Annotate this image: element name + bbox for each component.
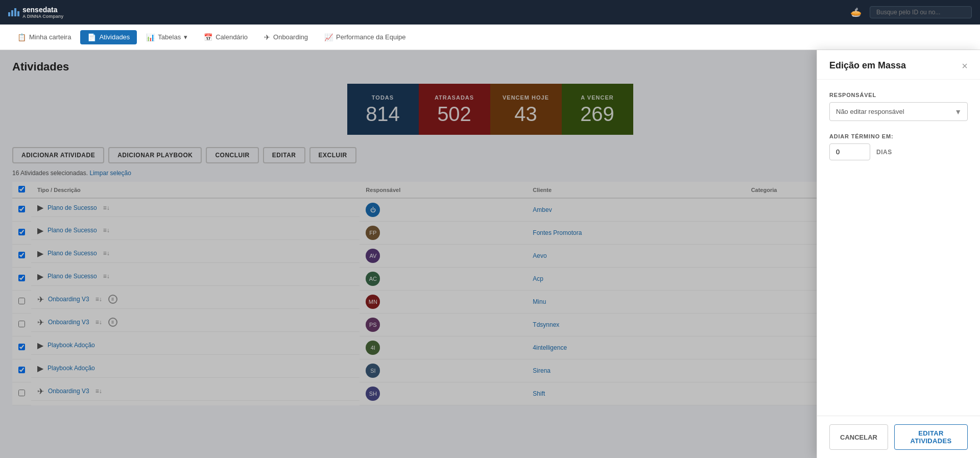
client-link[interactable]: Fontes Promotora [533, 229, 582, 236]
row-checkbox[interactable] [18, 321, 25, 327]
side-panel: Edição em Massa × RESPONSÁVEL Não editar… [817, 50, 980, 458]
client-link[interactable]: Minu [533, 298, 546, 305]
row-client-cell: Shift [527, 382, 745, 405]
delete-button[interactable]: EXCLUIR [309, 147, 356, 163]
activity-link[interactable]: Onboarding V3 [48, 296, 89, 303]
row-checkbox[interactable] [18, 367, 25, 373]
main-content: Atividades TODAS 814 ATRASADAS 502 VENCE… [0, 50, 980, 458]
activity-link[interactable]: Onboarding V3 [48, 388, 89, 395]
select-all-header [12, 182, 31, 198]
sidebar-item-performance[interactable]: 📈 Performance da Equipe [317, 30, 413, 44]
activity-link[interactable]: Plano de Sucesso [47, 250, 97, 257]
row-checkbox-cell [12, 359, 31, 382]
clear-selection-link[interactable]: Limpar seleção [89, 170, 131, 177]
avatar: AV [366, 249, 380, 263]
client-link[interactable]: Shift [533, 390, 545, 397]
activity-link[interactable]: Onboarding V3 [48, 319, 89, 326]
sort-icon[interactable]: ≡↓ [103, 227, 110, 234]
client-link[interactable]: Acp [533, 275, 543, 282]
plane-icon: ✈ [37, 387, 44, 396]
activity-link[interactable]: Plano de Sucesso [47, 227, 97, 234]
row-checkbox[interactable] [18, 275, 25, 281]
sidebar-item-atividades[interactable]: 📄 Atividades [80, 30, 137, 44]
client-link[interactable]: Tdsynnex [533, 321, 559, 328]
logo-bar-4 [17, 11, 19, 16]
days-input[interactable] [829, 143, 870, 160]
responsavel-select[interactable]: Não editar responsável [829, 102, 968, 121]
stat-atrasadas-value: 502 [437, 104, 471, 124]
atividades-label: Atividades [99, 33, 130, 41]
activity-link[interactable]: Playbook Adoção [47, 342, 95, 349]
row-checkbox[interactable] [18, 252, 25, 258]
avatar: MN [366, 295, 380, 309]
stat-vencem-label: VENCEM HOJE [503, 94, 549, 101]
sort-icon[interactable]: ≡↓ [95, 388, 102, 395]
sort-icon[interactable]: ≡↓ [103, 273, 110, 280]
row-checkbox-cell [12, 314, 31, 336]
sidebar-item-tabelas[interactable]: 📊 Tabelas ▾ [139, 30, 195, 44]
row-responsavel-cell: 4I [360, 336, 527, 359]
sort-icon[interactable]: ≡↓ [103, 250, 110, 257]
row-description-cell: ✈Onboarding V3≡↓⏸ [31, 291, 360, 309]
edit-activities-button[interactable]: EDITAR ATIVIDADES [894, 424, 968, 450]
edit-button[interactable]: EDITAR [263, 147, 305, 163]
calendario-icon: 📅 [204, 33, 212, 41]
activity-link[interactable]: Plano de Sucesso [47, 273, 97, 280]
selection-count: 16 Atividades selecionadas. [12, 170, 88, 177]
client-link[interactable]: 4intelligence [533, 344, 567, 351]
top-navigation: sensedata A DINNA Company 🥧 [0, 0, 980, 25]
stat-vencem-value: 43 [514, 104, 537, 124]
sort-icon[interactable]: ≡↓ [103, 204, 110, 211]
client-link[interactable]: Aevo [533, 252, 546, 259]
play-icon: ▶ [37, 364, 43, 373]
row-client-cell: Minu [527, 291, 745, 314]
client-link[interactable]: Ambev [533, 206, 552, 213]
row-client-cell: 4intelligence [527, 336, 745, 359]
row-responsavel-cell: SI [360, 359, 527, 382]
row-checkbox-cell [12, 336, 31, 359]
stat-card-a-vencer[interactable]: A VENCER 269 [562, 84, 633, 135]
performance-label: Performance da Equipe [336, 33, 406, 41]
sort-icon[interactable]: ≡↓ [95, 296, 102, 303]
activity-link[interactable]: Plano de Sucesso [47, 204, 97, 211]
row-checkbox-cell [12, 245, 31, 268]
row-description-cell: ▶Plano de Sucesso≡↓ [31, 245, 360, 263]
avatar: FP [366, 226, 380, 240]
logo-icon [8, 8, 19, 16]
atividades-icon: 📄 [87, 33, 96, 41]
select-all-checkbox[interactable] [18, 186, 25, 192]
row-client-cell: Sirena [527, 359, 745, 382]
row-checkbox[interactable] [18, 206, 25, 212]
avatar: PS [366, 318, 380, 332]
conclude-button[interactable]: CONCLUIR [206, 147, 258, 163]
stat-card-atrasadas[interactable]: ATRASADAS 502 [419, 84, 490, 135]
row-checkbox[interactable] [18, 298, 25, 304]
sort-icon[interactable]: ≡↓ [95, 319, 102, 326]
calendario-label: Calendário [216, 33, 248, 41]
row-client-cell: Tdsynnex [527, 314, 745, 336]
row-checkbox[interactable] [18, 229, 25, 235]
plane-icon: ✈ [37, 295, 44, 304]
onboarding-icon: ✈ [264, 33, 270, 41]
row-checkbox[interactable] [18, 344, 25, 350]
row-checkbox[interactable] [18, 390, 25, 396]
cancel-button[interactable]: CANCELAR [829, 424, 888, 450]
carteira-icon: 📋 [17, 33, 26, 41]
sidebar-item-onboarding[interactable]: ✈ Onboarding [257, 30, 315, 44]
activity-link[interactable]: Playbook Adoção [47, 365, 95, 372]
pie-chart-icon[interactable]: 🥧 [850, 7, 862, 18]
logo-bar-3 [14, 8, 16, 16]
logo-subtitle: A DINNA Company [22, 14, 63, 19]
secondary-navigation: 📋 Minha carteira 📄 Atividades 📊 Tabelas … [0, 25, 980, 50]
sidebar-item-calendario[interactable]: 📅 Calendário [197, 30, 255, 44]
panel-close-button[interactable]: × [962, 61, 968, 71]
tabelas-icon: 📊 [146, 33, 155, 41]
plane-icon: ✈ [37, 318, 44, 327]
add-activity-button[interactable]: ADICIONAR ATIVIDADE [12, 147, 104, 163]
sidebar-item-carteira[interactable]: 📋 Minha carteira [10, 30, 78, 44]
client-link[interactable]: Sirena [533, 367, 551, 374]
add-playbook-button[interactable]: ADICIONAR PLAYBOOK [108, 147, 202, 163]
stat-card-vencem-hoje[interactable]: VENCEM HOJE 43 [490, 84, 562, 135]
global-search-input[interactable] [870, 6, 972, 18]
stat-card-todas[interactable]: TODAS 814 [347, 84, 419, 135]
